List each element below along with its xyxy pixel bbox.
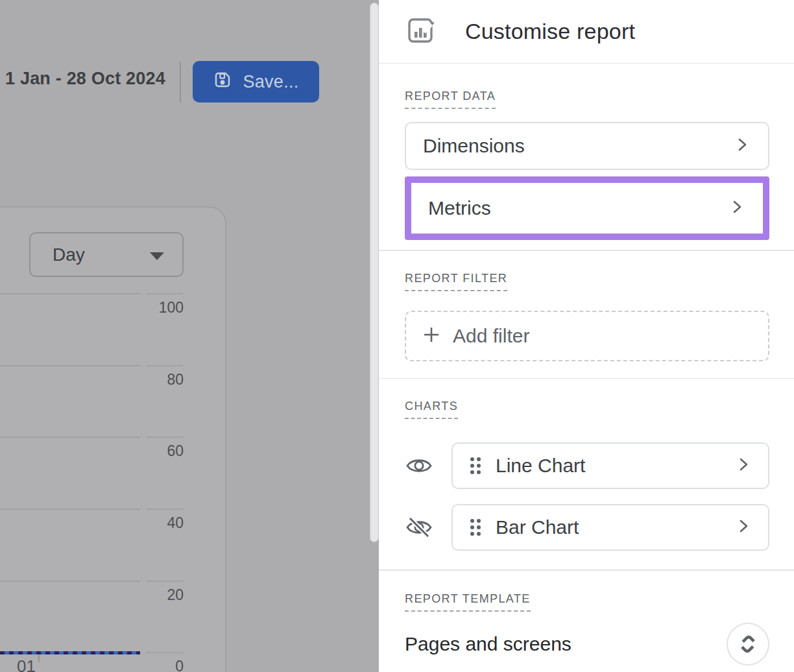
visibility-toggle-bar-chart[interactable] bbox=[405, 516, 451, 539]
y-axis-tick-label: 100 bbox=[138, 299, 184, 317]
report-template-name: Pages and screens bbox=[405, 633, 571, 655]
bar-chart-label: Bar Chart bbox=[496, 516, 579, 538]
section-label-report-filter: REPORT FILTER bbox=[405, 272, 507, 291]
panel-header: Customise report bbox=[379, 0, 794, 64]
eye-off-icon bbox=[405, 516, 433, 539]
dimensions-button[interactable]: Dimensions bbox=[405, 122, 769, 170]
customise-report-icon bbox=[407, 16, 435, 48]
chevron-down-icon bbox=[150, 252, 164, 260]
bar-chart-row: Bar Chart bbox=[405, 504, 769, 551]
metrics-button[interactable]: Metrics bbox=[411, 183, 763, 234]
panel-title: Customise report bbox=[465, 19, 635, 44]
section-divider bbox=[379, 378, 794, 379]
add-filter-label: Add filter bbox=[453, 325, 529, 347]
save-button-label: Save... bbox=[243, 72, 298, 92]
chart-data-line bbox=[0, 651, 140, 654]
line-chart-button[interactable]: Line Chart bbox=[451, 442, 769, 489]
link-off-icon bbox=[736, 632, 760, 656]
chevron-right-icon bbox=[728, 198, 746, 219]
x-axis-tick-label: 01 bbox=[17, 656, 36, 672]
drag-handle-icon[interactable] bbox=[468, 516, 483, 538]
toolbar-divider bbox=[180, 62, 181, 102]
add-filter-button[interactable]: Add filter bbox=[405, 311, 769, 361]
x-axis-tick-mark bbox=[38, 655, 40, 662]
date-range-picker[interactable]: 1 Jan - 28 Oct 2024 bbox=[5, 69, 165, 89]
dimensions-label: Dimensions bbox=[423, 135, 525, 157]
section-label-charts: CHARTS bbox=[405, 400, 458, 419]
chevron-right-icon bbox=[733, 136, 751, 156]
line-chart-row: Line Chart bbox=[405, 442, 769, 489]
y-axis-tick-label: 40 bbox=[138, 514, 184, 532]
drag-handle-icon[interactable] bbox=[468, 455, 483, 477]
chevron-right-icon bbox=[734, 455, 752, 476]
dimmed-report-canvas: 1 Jan - 28 Oct 2024 Save... Day 100 80 6… bbox=[0, 0, 379, 672]
granularity-selected-value: Day bbox=[53, 245, 85, 265]
bar-chart-button[interactable]: Bar Chart bbox=[451, 504, 769, 551]
line-chart-label: Line Chart bbox=[496, 455, 585, 477]
section-label-report-template: REPORT TEMPLATE bbox=[405, 592, 531, 612]
eye-icon bbox=[405, 455, 433, 476]
y-axis-tick-label: 60 bbox=[138, 442, 184, 460]
plus-icon bbox=[422, 325, 441, 347]
save-icon bbox=[213, 70, 232, 94]
y-axis-tick-label: 20 bbox=[138, 586, 184, 604]
y-axis-tick-label: 0 bbox=[138, 658, 184, 672]
vertical-scrollbar-thumb[interactable] bbox=[370, 3, 379, 542]
metrics-label: Metrics bbox=[428, 197, 491, 219]
unlink-template-button[interactable] bbox=[727, 623, 769, 666]
granularity-dropdown[interactable]: Day bbox=[29, 232, 184, 277]
customise-report-panel: Customise report REPORT DATA Dimensions … bbox=[379, 0, 794, 672]
chevron-right-icon bbox=[734, 517, 752, 538]
section-divider bbox=[379, 250, 794, 251]
section-label-report-data: REPORT DATA bbox=[405, 90, 496, 109]
section-divider bbox=[379, 570, 794, 571]
metrics-highlight-frame: Metrics bbox=[405, 176, 769, 240]
visibility-toggle-line-chart[interactable] bbox=[405, 455, 451, 476]
save-button[interactable]: Save... bbox=[193, 61, 319, 102]
y-axis-tick-label: 80 bbox=[138, 371, 184, 389]
